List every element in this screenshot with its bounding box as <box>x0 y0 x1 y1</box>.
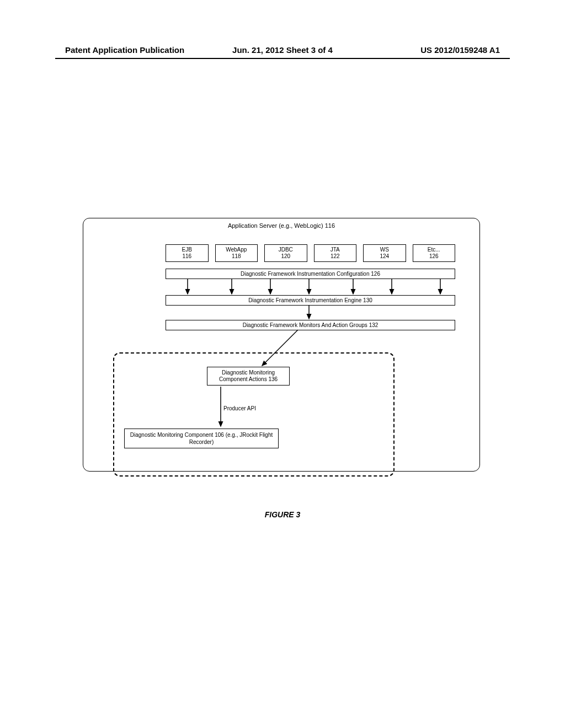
box-label: WS <box>380 247 389 253</box>
box-label: JDBC <box>279 247 293 253</box>
box-number: 116 <box>182 253 191 259</box>
page-header: Patent Application Publication Jun. 21, … <box>0 45 565 55</box>
box-number: 118 <box>232 253 241 259</box>
box-ejb: EJB 116 <box>166 244 209 262</box>
box-number: 124 <box>380 253 389 259</box>
config-box: Diagnostic Framework Instrumentation Con… <box>166 269 455 279</box>
box-jdbc: JDBC 120 <box>264 244 307 262</box>
box-webapp: WebApp 118 <box>215 244 258 262</box>
figure-label: FIGURE 3 <box>265 510 301 519</box>
box-label: JTA <box>331 247 340 253</box>
box-ws: WS 124 <box>363 244 406 262</box>
component-actions-box: Diagnostic Monitoring Component Actions … <box>207 367 290 386</box>
box-number: 126 <box>429 253 439 259</box>
diagram-container: Application Server (e.g., WebLogic) 116 … <box>83 218 480 477</box>
box-jta: JTA 122 <box>314 244 357 262</box>
monitors-box: Diagnostic Framework Monitors And Action… <box>166 320 455 330</box>
box-label: WebApp <box>226 247 247 253</box>
box-number: 120 <box>281 253 290 259</box>
box-label: EJB <box>182 247 192 253</box>
box-label: Etc... <box>428 247 440 253</box>
header-center: Jun. 21, 2012 Sheet 3 of 4 <box>232 45 333 55</box>
top-boxes-row: EJB 116 WebApp 118 JDBC 120 JTA 122 WS 1… <box>166 244 455 262</box>
box-number: 122 <box>331 253 340 259</box>
header-right: US 2012/0159248 A1 <box>420 45 500 55</box>
header-left: Patent Application Publication <box>65 45 184 55</box>
engine-box: Diagnostic Framework Instrumentation Eng… <box>166 295 455 306</box>
header-divider <box>55 58 510 59</box>
app-server-title: Application Server (e.g., WebLogic) 116 <box>228 222 335 229</box>
monitoring-component-box: Diagnostic Monitoring Component 106 (e.g… <box>124 429 279 448</box>
box-etc: Etc... 126 <box>413 244 456 262</box>
producer-api-label: Producer API <box>223 405 256 411</box>
